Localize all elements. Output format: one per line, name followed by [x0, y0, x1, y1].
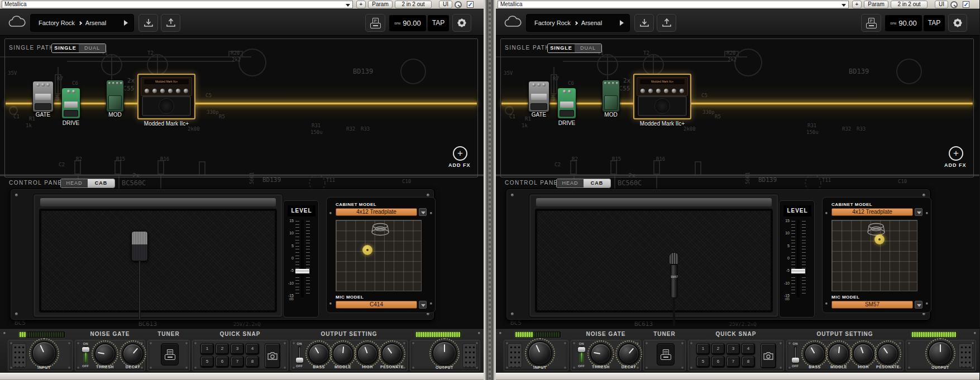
output-knob[interactable]	[433, 342, 456, 364]
cabinet-dropdown-button[interactable]	[915, 208, 922, 216]
path-mode-dual[interactable]: DUAL	[79, 44, 106, 52]
level-fader-handle[interactable]	[791, 268, 806, 274]
preset-menu-arrow-icon[interactable]	[620, 20, 624, 26]
fx-slot-gate[interactable]	[528, 81, 549, 112]
mic-model-value[interactable]: C414	[336, 301, 417, 309]
level-fader-track[interactable]	[301, 220, 304, 298]
tab-head[interactable]: HEAD	[61, 179, 88, 187]
tuner-button[interactable]	[657, 343, 675, 365]
add-preset-button[interactable]: +	[356, 1, 366, 8]
snapshot-camera-button[interactable]	[761, 343, 776, 368]
tap-tempo-button[interactable]: TAP	[428, 15, 449, 31]
import-preset-button[interactable]	[138, 14, 158, 32]
quick-snap-button-5[interactable]: 5	[696, 356, 710, 367]
window-divider[interactable]	[484, 0, 496, 380]
preset-combo[interactable]: Metallica	[2, 1, 353, 8]
output-knob[interactable]	[929, 342, 952, 364]
chevron-down-icon[interactable]	[346, 4, 350, 7]
quick-snap-button-4[interactable]: 4	[742, 343, 755, 354]
fx-slot-mod[interactable]	[106, 80, 124, 112]
clock-icon[interactable]	[950, 1, 958, 8]
quick-snap-button-3[interactable]: 3	[726, 343, 740, 354]
cabinet-model-value[interactable]: 4x12 Treadplate	[831, 208, 913, 216]
io-config-button[interactable]: 2 in 2 out	[395, 1, 432, 8]
quick-snap-button-2[interactable]: 2	[711, 343, 725, 354]
add-fx-button[interactable]: +	[949, 146, 963, 161]
quick-snap-button-5[interactable]: 5	[200, 356, 214, 367]
noise-gate-toggle[interactable]: ON OFF	[575, 342, 588, 370]
snapshot-camera-button[interactable]	[265, 343, 280, 368]
mic-position-grid[interactable]	[831, 220, 917, 291]
quick-snap-button-8[interactable]: 8	[246, 356, 259, 367]
tab-cab[interactable]: CAB	[584, 179, 610, 187]
mic-dropdown-button[interactable]	[915, 301, 922, 309]
quick-snap-button-6[interactable]: 6	[216, 356, 229, 367]
quick-snap-button-2[interactable]: 2	[216, 343, 229, 354]
export-preset-button[interactable]	[657, 14, 676, 32]
path-mode-dual[interactable]: DUAL	[575, 44, 601, 52]
settings-gear-button[interactable]	[948, 14, 967, 32]
ui-button[interactable]: UI	[439, 1, 452, 8]
param-panel-button[interactable]: P	[861, 14, 881, 32]
quick-snap-button-7[interactable]: 7	[231, 356, 244, 367]
fx-slot-gate[interactable]	[32, 81, 54, 112]
pesonate-knob[interactable]	[383, 344, 401, 363]
mic-dropdown-button[interactable]	[419, 301, 427, 309]
cabinet-dropdown-button[interactable]	[419, 208, 427, 216]
param-panel-button[interactable]: P	[365, 14, 385, 32]
level-fader-track[interactable]	[797, 220, 800, 298]
decay-knob[interactable]	[619, 344, 638, 363]
param-button[interactable]: Param	[368, 1, 393, 8]
tap-tempo-button[interactable]: TAP	[924, 15, 945, 31]
clock-icon[interactable]	[455, 1, 462, 8]
pesonate-knob[interactable]	[878, 344, 897, 363]
bass-knob[interactable]	[309, 344, 328, 363]
preset-combo[interactable]: Metallica	[498, 1, 849, 8]
thresh-knob[interactable]	[95, 344, 114, 363]
export-preset-button[interactable]	[161, 14, 180, 32]
tab-head[interactable]: HEAD	[557, 179, 584, 187]
quick-snap-button-8[interactable]: 8	[742, 356, 755, 367]
input-knob[interactable]	[529, 342, 551, 364]
io-config-button[interactable]: 2 in 2 out	[891, 1, 928, 8]
middle-knob[interactable]	[333, 344, 352, 363]
output-setting-toggle[interactable]: ON OFF	[293, 342, 306, 370]
settings-gear-button[interactable]	[452, 14, 471, 32]
enable-checkbox[interactable]: ✓	[467, 1, 474, 8]
fx-slot-amp-selected[interactable]: Modded Mark IIc+	[633, 74, 691, 119]
bpm-display[interactable]: BPM 90.00	[885, 15, 922, 31]
quick-snap-button-4[interactable]: 4	[246, 343, 259, 354]
high-knob[interactable]	[854, 344, 873, 363]
noise-gate-toggle[interactable]: ON OFF	[79, 342, 92, 370]
preset-breadcrumb[interactable]: Factory Rock Arsenal	[526, 14, 630, 32]
preset-breadcrumb[interactable]: Factory Rock Arsenal	[30, 14, 134, 32]
high-knob[interactable]	[358, 344, 377, 363]
mic-model-value[interactable]: SM57	[831, 301, 913, 309]
fx-slot-amp-selected[interactable]: Modded Mark IIc+	[137, 74, 195, 119]
level-fader-handle[interactable]	[295, 268, 310, 274]
ui-button[interactable]: UI	[935, 1, 948, 8]
tab-cab[interactable]: CAB	[88, 179, 114, 187]
import-preset-button[interactable]	[634, 14, 654, 32]
mic-position-grid[interactable]	[336, 220, 422, 291]
add-fx-button[interactable]: +	[453, 146, 467, 161]
bpm-display[interactable]: BPM 90.00	[389, 15, 426, 31]
path-mode-single[interactable]: SINGLE	[52, 44, 79, 52]
cloud-icon[interactable]	[503, 14, 524, 32]
quick-snap-button-1[interactable]: 1	[696, 343, 710, 354]
quick-snap-button-7[interactable]: 7	[726, 356, 740, 367]
fx-slot-drive[interactable]	[557, 88, 576, 119]
fx-slot-drive[interactable]	[61, 88, 80, 119]
enable-checkbox[interactable]: ✓	[963, 1, 969, 8]
bass-knob[interactable]	[805, 344, 824, 363]
chevron-down-icon[interactable]	[842, 4, 846, 7]
quick-snap-button-1[interactable]: 1	[200, 343, 214, 354]
path-mode-single[interactable]: SINGLE	[548, 44, 575, 52]
param-button[interactable]: Param	[864, 1, 888, 8]
quick-snap-button-3[interactable]: 3	[231, 343, 244, 354]
preset-menu-arrow-icon[interactable]	[124, 20, 128, 26]
mic-position-dot[interactable]	[362, 245, 372, 255]
cloud-icon[interactable]	[7, 14, 28, 32]
middle-knob[interactable]	[829, 344, 848, 363]
output-setting-toggle[interactable]: ON OFF	[788, 342, 802, 370]
